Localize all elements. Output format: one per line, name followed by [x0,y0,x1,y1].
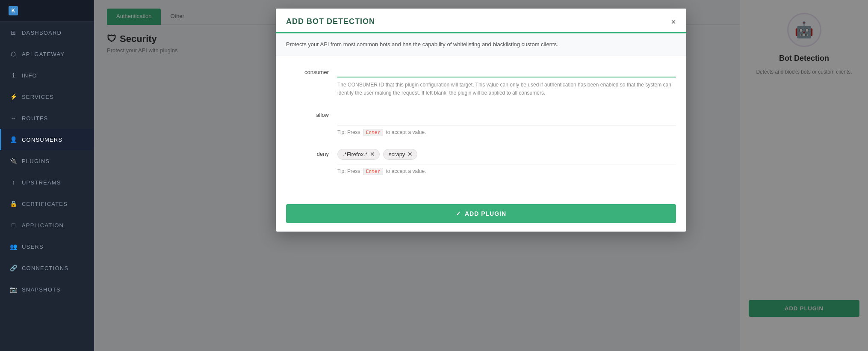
sidebar-item-label: INFO [22,72,37,79]
deny-tag-scrapy-remove[interactable]: ✕ [407,151,413,157]
allow-tags-container[interactable] [337,109,676,125]
allow-tip: Tip: Press Enter to accept a value. [337,129,676,136]
sidebar-item-label: UPSTREAMS [22,179,61,186]
deny-tag-firefox-label: .*Firefox.* [343,151,367,158]
deny-form-row: deny .*Firefox.* ✕ scrapy ✕ [286,148,676,175]
consumer-control-wrap: The CONSUMER ID that this plugin configu… [337,66,676,97]
certificates-icon: 🔒 [10,200,18,208]
snapshots-icon: 📷 [10,286,18,293]
sidebar-logo: K [9,6,18,15]
deny-tag-firefox: .*Firefox.* ✕ [337,149,380,160]
sidebar-item-routes[interactable]: ↔ ROUTES [0,107,94,129]
sidebar-item-info[interactable]: ℹ INFO [0,65,94,86]
plugins-icon: 🔌 [10,157,18,165]
sidebar-item-users[interactable]: 👥 USERS [0,236,94,257]
add-bot-detection-modal: ADD BOT DETECTION × Protects your API fr… [276,9,686,232]
add-plugin-label: ADD PLUGIN [465,210,506,217]
sidebar-item-services[interactable]: ⚡ SERVICES [0,86,94,107]
deny-tip-key: Enter [363,168,383,175]
sidebar-item-label: APPLICATION [22,222,64,229]
deny-tip-suffix: to accept a value. [386,168,426,174]
sidebar-item-label: ROUTES [22,115,48,122]
deny-control-wrap: .*Firefox.* ✕ scrapy ✕ Tip: Press Enter [337,148,676,175]
deny-tip: Tip: Press Enter to accept a value. [337,168,676,175]
allow-form-row: allow Tip: Press Enter to accept a value… [286,109,676,136]
sidebar-item-label: DASHBOARD [22,30,62,36]
allow-label: allow [286,109,337,118]
sidebar-item-label: CONNECTIONS [22,265,68,271]
users-icon: 👥 [10,243,18,250]
consumers-icon: 👤 [10,136,18,143]
deny-tags-container[interactable]: .*Firefox.* ✕ scrapy ✕ [337,148,676,164]
sidebar-item-certificates[interactable]: 🔒 CERTIFICATES [0,193,94,214]
sidebar-item-snapshots[interactable]: 📷 SNAPSHOTS [0,279,94,300]
consumer-form-row: consumer The CONSUMER ID that this plugi… [286,66,676,97]
sidebar-item-label: USERS [22,244,44,250]
add-plugin-icon: ✓ [456,210,461,217]
modal-close-button[interactable]: × [671,18,676,32]
api-gateway-icon: ⬡ [10,50,18,58]
sidebar-item-consumers[interactable]: 👤 CONSUMERS [0,129,94,150]
main-content-area: Authentication Other 🛡 Security Protect … [94,0,868,351]
sidebar-item-connections[interactable]: 🔗 CONNECTIONS [0,257,94,279]
allow-tip-key: Enter [363,129,383,136]
modal-footer: ✓ ADD PLUGIN [276,197,686,232]
modal-header: ADD BOT DETECTION × [276,9,686,33]
allow-tip-prefix: Tip: Press [337,129,360,135]
sidebar-header: K [0,0,94,22]
info-icon: ℹ [10,71,18,79]
sidebar-item-label: SERVICES [22,94,54,100]
sidebar-item-label: SNAPSHOTS [22,286,61,293]
modal-overlay: ADD BOT DETECTION × Protects your API fr… [94,0,868,351]
consumer-label: consumer [286,66,337,75]
deny-label: deny [286,148,337,157]
sidebar-item-upstreams[interactable]: ↑ UPSTREAMS [0,172,94,193]
allow-tip-suffix: to accept a value. [386,129,426,135]
consumer-hint: The CONSUMER ID that this plugin configu… [337,81,676,97]
allow-control-wrap: Tip: Press Enter to accept a value. [337,109,676,136]
sidebar-item-api-gateway[interactable]: ⬡ API GATEWAY [0,43,94,65]
sidebar-item-label: CERTIFICATES [22,201,68,207]
sidebar-item-dashboard[interactable]: ⊞ DASHBOARD [0,22,94,43]
deny-tip-prefix: Tip: Press [337,168,360,174]
routes-icon: ↔ [10,114,18,122]
upstreams-icon: ↑ [10,178,18,186]
modal-body: consumer The CONSUMER ID that this plugi… [276,56,686,197]
deny-tag-scrapy-label: scrapy [389,151,405,158]
sidebar: K ⊞ DASHBOARD ⬡ API GATEWAY ℹ INFO ⚡ SER… [0,0,94,351]
sidebar-item-label: CONSUMERS [22,137,62,143]
deny-tag-scrapy: scrapy ✕ [383,149,417,160]
consumer-input[interactable] [337,66,676,77]
dashboard-icon: ⊞ [10,29,18,36]
connections-icon: 🔗 [10,264,18,272]
modal-title: ADD BOT DETECTION [286,17,375,32]
application-icon: □ [10,221,18,229]
sidebar-item-application[interactable]: □ APPLICATION [0,214,94,236]
sidebar-item-label: API GATEWAY [22,51,65,57]
modal-description: Protects your API from most common bots … [276,33,686,56]
sidebar-item-plugins[interactable]: 🔌 PLUGINS [0,150,94,172]
deny-tag-firefox-remove[interactable]: ✕ [370,151,375,157]
sidebar-item-label: PLUGINS [22,158,50,164]
add-plugin-button-modal[interactable]: ✓ ADD PLUGIN [286,204,676,223]
services-icon: ⚡ [10,93,18,101]
